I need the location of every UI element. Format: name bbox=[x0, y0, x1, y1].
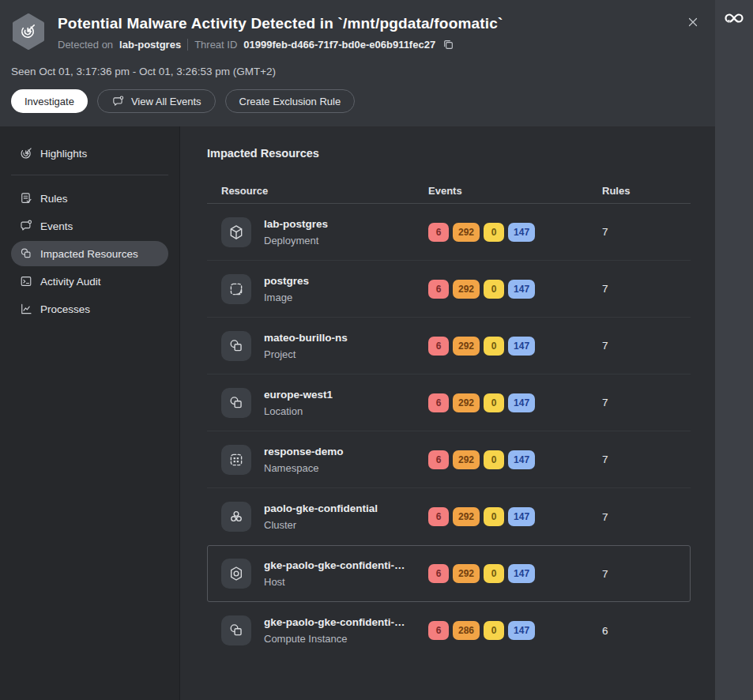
impacted-resources-table: Resource Events Rules lab-postgresDeploy… bbox=[207, 179, 691, 659]
events-badge-medium: 0 bbox=[484, 337, 504, 356]
events-badge-medium: 0 bbox=[484, 393, 504, 412]
sysdig-logo bbox=[722, 9, 746, 28]
events-cell: 62920147 bbox=[428, 337, 602, 356]
table-row-cluster[interactable]: paolo-gke-confidentialCluster629201477 bbox=[207, 488, 691, 545]
panel-body: HighlightsRulesEventsImpacted ResourcesA… bbox=[0, 126, 715, 700]
sidebar-item-rules[interactable]: Rules bbox=[11, 186, 168, 211]
copy-icon[interactable] bbox=[442, 38, 454, 51]
header-top: Potential Malware Activity Detected in `… bbox=[11, 13, 704, 54]
detected-on-label: Detected on bbox=[58, 39, 113, 51]
resource-name: lab-postgres bbox=[264, 216, 328, 232]
resource-name: response-demo bbox=[264, 443, 344, 460]
table-row-project[interactable]: mateo-burillo-nsProject629201477 bbox=[207, 318, 691, 374]
project-icon bbox=[221, 331, 251, 361]
sidebar-divider bbox=[11, 175, 168, 175]
sidebar-item-highlights[interactable]: Highlights bbox=[11, 141, 168, 166]
resource-name: paolo-gke-confidential bbox=[264, 500, 378, 517]
sidebar-item-events[interactable]: Events bbox=[11, 213, 168, 239]
header-text-block: Potential Malware Activity Detected in `… bbox=[58, 13, 503, 51]
column-header-events: Events bbox=[428, 185, 602, 197]
column-header-rules: Rules bbox=[602, 185, 676, 197]
events-icon bbox=[111, 95, 125, 108]
header-meta: Detected on lab-postgres Threat ID 01999… bbox=[58, 38, 503, 51]
events-badge-low: 147 bbox=[508, 621, 535, 640]
deployment-icon bbox=[221, 217, 251, 247]
resource-name: gke-paolo-gke-confidenti-… bbox=[264, 557, 405, 574]
events-badge-high: 292 bbox=[453, 507, 480, 526]
sidebar-item-activity-audit[interactable]: Activity Audit bbox=[11, 269, 168, 294]
resource-cell: lab-postgresDeployment bbox=[221, 216, 428, 249]
table-row-image[interactable]: postgresImage629201477 bbox=[207, 261, 691, 318]
resource-type: Location bbox=[264, 403, 333, 420]
threat-detail-panel: Potential Malware Activity Detected in `… bbox=[0, 0, 715, 700]
sidebar-item-label: Processes bbox=[40, 303, 90, 315]
events-badge-high: 292 bbox=[453, 393, 480, 412]
resource-name: mateo-burillo-ns bbox=[264, 329, 348, 346]
resource-type: Project bbox=[264, 346, 348, 363]
rules-count: 7 bbox=[602, 340, 676, 352]
table-row-namespace[interactable]: response-demoNamespace629201477 bbox=[207, 431, 691, 488]
page-title: Potential Malware Activity Detected in `… bbox=[58, 13, 503, 32]
events-badge-low: 147 bbox=[508, 507, 535, 526]
events-cell: 62920147 bbox=[428, 280, 602, 299]
events-badge-low: 147 bbox=[508, 337, 535, 356]
table-row-host[interactable]: gke-paolo-gke-confidenti-…Host629201477 bbox=[207, 545, 691, 602]
events-badge-critical: 6 bbox=[428, 564, 449, 583]
events-badge-low: 147 bbox=[508, 280, 535, 299]
events-badge-critical: 6 bbox=[428, 621, 449, 640]
rules-count: 6 bbox=[602, 625, 676, 637]
sidebar-item-label: Impacted Resources bbox=[40, 248, 138, 260]
resource-type: Namespace bbox=[264, 460, 344, 476]
resource-cell: response-demoNamespace bbox=[221, 443, 428, 476]
resource-type: Image bbox=[264, 289, 309, 306]
table-row-compute-instance[interactable]: gke-paolo-gke-confidenti-…Compute Instan… bbox=[207, 602, 691, 659]
rules-count: 7 bbox=[602, 453, 676, 465]
resource-name: europe-west1 bbox=[264, 386, 333, 403]
main-content: Impacted Resources Resource Events Rules… bbox=[180, 126, 715, 700]
threat-id-value: 01999feb-d466-71f7-bd0e-e06b911fec27 bbox=[243, 39, 435, 51]
audit-icon bbox=[19, 274, 33, 288]
close-icon[interactable] bbox=[683, 13, 702, 32]
sidebar-item-processes[interactable]: Processes bbox=[11, 296, 168, 322]
create-exclusion-rule-button[interactable]: Create Exclusion Rule bbox=[225, 89, 356, 113]
events-badge-critical: 6 bbox=[428, 337, 449, 356]
sidebar-item-label: Activity Audit bbox=[40, 276, 101, 288]
resource-cell: gke-paolo-gke-confidenti-…Compute Instan… bbox=[221, 614, 428, 647]
events-badge-low: 147 bbox=[508, 564, 535, 583]
view-all-events-button[interactable]: View All Events bbox=[97, 89, 216, 113]
host-icon bbox=[221, 559, 251, 589]
events-badge-high: 286 bbox=[453, 621, 480, 640]
investigate-button[interactable]: Investigate bbox=[11, 89, 88, 113]
table-header-row: Resource Events Rules bbox=[207, 179, 691, 204]
action-buttons: Investigate View All Events Create Exclu… bbox=[11, 89, 704, 113]
sidebar: HighlightsRulesEventsImpacted ResourcesA… bbox=[0, 126, 180, 700]
events-badge-critical: 6 bbox=[428, 450, 449, 469]
detected-on-value: lab-postgres bbox=[119, 39, 181, 51]
location-icon bbox=[221, 388, 251, 418]
resource-cell: europe-west1Location bbox=[221, 386, 428, 420]
events-badge-medium: 0 bbox=[484, 621, 504, 640]
events-cell: 62920147 bbox=[428, 450, 602, 469]
events-badge-medium: 0 bbox=[484, 280, 504, 299]
events-cell: 62920147 bbox=[428, 564, 602, 583]
seen-timerange: Seen Oct 01, 3:17:36 pm - Oct 01, 3:26:5… bbox=[11, 66, 704, 77]
table-row-location[interactable]: europe-west1Location629201477 bbox=[207, 374, 691, 431]
events-badge-critical: 6 bbox=[428, 280, 449, 299]
events-badge-medium: 0 bbox=[484, 564, 504, 583]
column-header-resource: Resource bbox=[221, 185, 428, 197]
rules-count: 7 bbox=[602, 226, 676, 238]
rules-count: 7 bbox=[602, 568, 676, 580]
events-badge-critical: 6 bbox=[428, 223, 449, 242]
resource-name: postgres bbox=[264, 273, 309, 289]
processes-icon bbox=[19, 302, 33, 316]
cluster-icon bbox=[221, 502, 251, 532]
resource-cell: postgresImage bbox=[221, 273, 428, 306]
app-navigation-strip bbox=[715, 0, 753, 700]
sidebar-item-label: Highlights bbox=[40, 148, 87, 160]
image-icon bbox=[221, 274, 251, 304]
view-all-events-label: View All Events bbox=[131, 96, 201, 107]
table-row-deployment[interactable]: lab-postgresDeployment629201477 bbox=[207, 204, 691, 261]
resource-type: Deployment bbox=[264, 232, 328, 249]
sidebar-item-impacted-resources[interactable]: Impacted Resources bbox=[11, 241, 168, 266]
malware-threat-icon bbox=[11, 13, 46, 54]
